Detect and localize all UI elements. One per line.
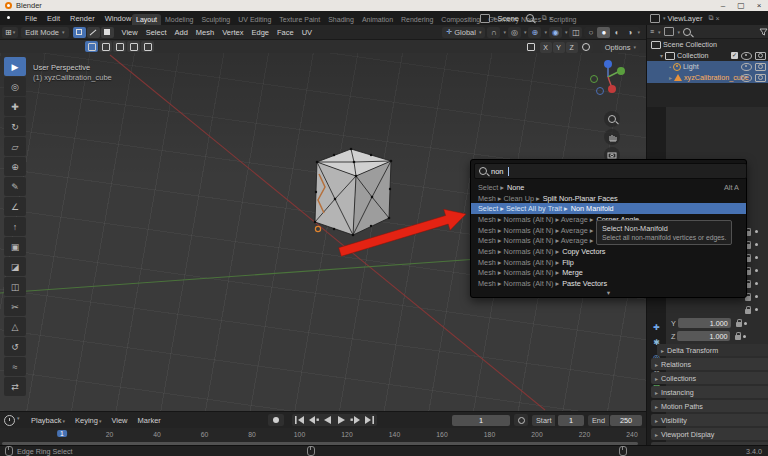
workspace-tab-compositing[interactable]: Compositing [437,14,484,25]
workspace-tab-rendering[interactable]: Rendering [397,14,437,25]
search-result-item[interactable]: Mesh ▸ Normals (Alt N) ▸Copy Vectors [471,246,746,257]
tool-annotate[interactable]: ✎ [4,177,26,196]
hide-viewport-icon[interactable] [741,74,752,82]
workspace-tab-layout[interactable]: Layout [132,14,161,25]
mode-dropdown[interactable]: Edit Mode ▾ [21,27,68,38]
outliner-row-collection[interactable]: ▾Collection✓ [647,50,768,61]
outliner-row-light[interactable]: •Light [647,61,768,72]
search-result-item[interactable]: Select ▸NoneAlt A [471,182,746,193]
play-button[interactable] [335,415,348,425]
outliner-search-icon[interactable] [683,28,691,36]
viewport-menu-vertex[interactable]: Vertex [218,28,247,37]
playhead-frame-badge[interactable]: 1 [57,430,67,437]
current-frame-field[interactable]: 1 [452,415,510,426]
section-motion-paths[interactable]: ▸Motion Paths [651,400,768,412]
maximize-button[interactable]: ▢ [732,1,750,10]
outliner-row-xyzcalibration_cube[interactable]: ▸xyzCalibration_cube [647,72,768,83]
tool-transform[interactable]: ⊕ [4,157,26,176]
disclosure-icon[interactable]: ▾ [660,52,663,59]
gizmo-z-axis[interactable] [604,60,612,68]
orientation-dropdown[interactable]: ✛ Global ▾ [442,27,485,38]
hide-viewport-icon[interactable] [741,52,752,60]
disclosure-icon[interactable]: ▸ [669,74,672,81]
mirror-z-button[interactable]: Z [566,42,578,53]
tool-cursor[interactable]: ◎ [4,77,26,96]
viewport-menu-view[interactable]: View [118,28,142,37]
navigation-gizmo[interactable] [586,57,632,103]
gizmo-x-axis[interactable] [608,85,616,93]
workspace-tab-uv-editing[interactable]: UV Editing [234,14,275,25]
hide-viewport-icon[interactable] [741,63,752,71]
animate-dot-icon[interactable] [755,282,758,285]
disable-render-icon[interactable] [755,52,766,60]
tool-loop-cut[interactable]: ◫ [4,277,26,296]
section-relations[interactable]: ▸Relations [651,358,768,370]
start-frame-field[interactable]: 1 [558,415,584,426]
select-mode-face[interactable] [101,27,114,38]
viewport-menu-select[interactable]: Select [142,28,171,37]
tool-poly-build[interactable]: △ [4,317,26,336]
tool-rotate[interactable]: ↻ [4,117,26,136]
mirror-x-button[interactable]: X [540,42,552,53]
selection-op-set[interactable] [85,41,98,52]
shading-solid-button[interactable]: ● [597,27,610,38]
viewlayer-copy-icon[interactable]: ⧉ [708,14,713,22]
tool-select-box[interactable]: ▶ [4,57,26,76]
select-mode-edge[interactable] [87,27,100,38]
minimize-button[interactable]: – [714,1,732,10]
tool-spin[interactable]: ↺ [4,337,26,356]
tool-edge-slide[interactable]: ⇄ [4,377,26,396]
workspace-tab-modeling[interactable]: Modeling [161,14,197,25]
disable-render-icon[interactable] [755,63,766,71]
show-gizmo-toggle[interactable]: ⊕ [528,27,541,38]
animate-dot-icon[interactable] [755,256,758,259]
timeline-menu-playback[interactable]: Playback▾ [26,416,70,425]
next-keyframe-button[interactable] [349,415,362,425]
section-visibility[interactable]: ▸Visibility [651,414,768,426]
timeline-ruler[interactable]: 120406080100120140160180200220240 [0,428,646,446]
tool-inset-faces[interactable]: ▣ [4,237,26,256]
tool-move[interactable]: ✚ [4,97,26,116]
proportional-edit-icon[interactable]: ◎ [508,27,521,38]
tool-smooth[interactable]: ≈ [4,357,26,376]
workspace-tab-sculpting[interactable]: Sculpting [197,14,234,25]
animate-dot-icon[interactable] [744,322,747,325]
end-frame-field[interactable]: 250 [610,415,642,426]
disclosure-icon[interactable]: • [669,64,671,70]
animate-dot-icon[interactable] [755,269,758,272]
timeline-menu-keying[interactable]: Keying▾ [70,416,106,425]
scene-unlink-icon[interactable]: × [549,15,553,22]
search-result-item[interactable]: Mesh ▸ Clean Up ▸Split Non-Planar Faces [471,193,746,204]
tool-knife[interactable]: ✂ [4,297,26,316]
section-instancing[interactable]: ▸Instancing [651,386,768,398]
timeline-menu-view[interactable]: View [106,416,132,425]
previous-keyframe-button[interactable] [307,415,320,425]
play-reverse-button[interactable] [321,415,334,425]
tool-scale[interactable]: ▱ [4,137,26,156]
select-mode-vertex[interactable] [73,27,86,38]
viewlayer-remove-icon[interactable]: × [715,15,719,22]
calibration-cube[interactable] [314,148,393,237]
outliner-filter-collection-icon[interactable] [664,27,674,36]
workspace-tab-animation[interactable]: Animation [358,14,397,25]
scene-search-icon[interactable] [526,14,534,22]
section-collections[interactable]: ▸Collections [651,372,768,384]
section-delta-transform[interactable]: ▸Delta Transform [657,344,768,356]
properties-tab-modifiers[interactable]: ✚ [649,321,664,333]
viewport-menu-mesh[interactable]: Mesh [192,28,218,37]
gizmo-y-neg[interactable] [591,76,598,83]
snap-magnet-icon[interactable]: ∩ [487,27,500,38]
search-input[interactable]: non [474,163,747,179]
auto-keying-button[interactable] [268,414,284,426]
section-viewport-display[interactable]: ▸Viewport Display [651,428,768,440]
viewport-menu-add[interactable]: Add [171,28,192,37]
animate-dot-icon[interactable] [755,230,758,233]
timeline-editor-type-button[interactable]: ▾ [4,415,20,426]
show-overlays-toggle[interactable]: ◉ [549,27,562,38]
lock-icon[interactable] [745,309,751,314]
keying-set-icon[interactable] [514,414,528,426]
search-result-item[interactable]: Mesh ▸ Normals (Alt N) ▸Paste Vectors [471,278,746,289]
lock-icon[interactable] [735,335,741,340]
animate-dot-icon[interactable] [743,335,746,338]
animate-dot-icon[interactable] [755,295,758,298]
